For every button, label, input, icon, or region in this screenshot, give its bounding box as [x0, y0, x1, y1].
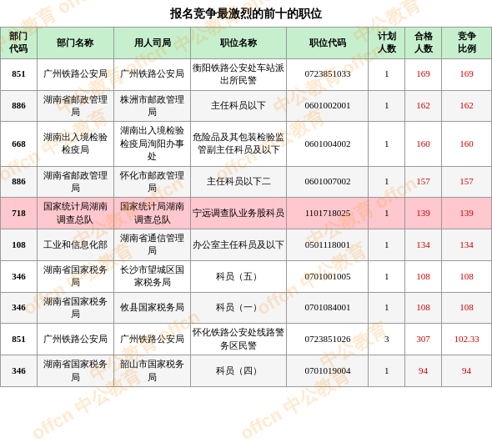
table-row: 668湖南出入境检验检疫局湖南出入境检验检疫局洵阳办事处危险品及其包装检验监管副…: [1, 122, 492, 166]
table-row: 346湖南省国家税务局长沙市望城区国家税务局科员（五）0701001005110…: [1, 260, 492, 292]
cell-dept-code: 886: [1, 166, 38, 198]
cell-employer: 长沙市望城区国家税务局: [114, 260, 191, 292]
cell-dept-name: 湖南省国家税务局: [37, 355, 113, 387]
cell-job-code: 0601004002: [287, 122, 369, 166]
cell-job-name: 办公室主任科员及以下: [191, 229, 287, 261]
cell-job-name: 科员（五）: [191, 260, 287, 292]
table-header: 部门代码 部门名称 用人司局 职位名称 职位代码 计划人数 合格人数 竞争比例: [1, 28, 492, 59]
cell-plan: 1: [369, 122, 405, 166]
cell-job-name: 科员（一）: [191, 292, 287, 324]
table-row: 886湖南省邮政管理局怀化市邮政管理局主任科员以下二06010070021157…: [1, 166, 492, 198]
cell-job-code: 0723851033: [287, 58, 369, 90]
cell-pass: 108: [405, 260, 442, 292]
cell-dept-name: 广州铁路公安局: [37, 58, 113, 90]
cell-pass: 162: [405, 90, 442, 122]
table-row: 346湖南省国家税务局韶山市国家税务局科员（四）070101900419494: [1, 355, 492, 387]
cell-dept-name: 国家统计局湖南调查总队: [37, 198, 113, 229]
page-title: 报名竞争最激烈的前十的职位: [0, 0, 492, 27]
cell-plan: 1: [369, 198, 405, 229]
header-pass: 合格人数: [405, 28, 442, 59]
cell-dept-name: 湖南出入境检验检疫局: [37, 122, 113, 166]
cell-dept-name: 湖南省邮政管理局: [37, 90, 113, 122]
header-plan: 计划人数: [369, 28, 405, 59]
cell-employer: 国家统计局湖南调查总队: [114, 198, 191, 229]
cell-dept-name: 湖南省邮政管理局: [37, 166, 113, 198]
cell-dept-code: 851: [1, 324, 38, 355]
cell-job-name: 衡阳铁路公安处车站派出所民警: [191, 58, 287, 90]
table-row: 886湖南省邮政管理局株洲市邮政管理局主任科员以下060100200111621…: [1, 90, 492, 122]
table-row: 851广州铁路公安局广州铁路公安局怀化铁路公安处线路警务区民警072385102…: [1, 324, 492, 355]
cell-pass: 134: [405, 229, 442, 261]
cell-employer: 湖南出入境检验检疫局洵阳办事处: [114, 122, 191, 166]
cell-pass: 169: [405, 58, 442, 90]
table-row: 718国家统计局湖南调查总队国家统计局湖南调查总队宁远调查队业务股科员11017…: [1, 198, 492, 229]
cell-employer: 湖南省通信管理局: [114, 229, 191, 261]
cell-plan: 1: [369, 355, 405, 387]
cell-dept-code: 668: [1, 122, 38, 166]
cell-job-code: 0601007002: [287, 166, 369, 198]
header-dept-code: 部门代码: [1, 28, 38, 59]
header-employer: 用人司局: [114, 28, 191, 59]
cell-plan: 1: [369, 292, 405, 324]
cell-dept-code: 346: [1, 355, 38, 387]
cell-job-code: 0701084001: [287, 292, 369, 324]
cell-dept-name: 广州铁路公安局: [37, 324, 113, 355]
cell-employer: 攸县国家税务局: [114, 292, 191, 324]
cell-job-code: 0701001005: [287, 260, 369, 292]
cell-employer: 韶山市国家税务局: [114, 355, 191, 387]
cell-job-name: 怀化铁路公安处线路警务区民警: [191, 324, 287, 355]
cell-compete: 134: [442, 229, 492, 261]
cell-job-name: 科员（四）: [191, 355, 287, 387]
cell-employer: 广州铁路公安局: [114, 324, 191, 355]
cell-employer: 广州铁路公安局: [114, 58, 191, 90]
cell-plan: 3: [369, 324, 405, 355]
cell-plan: 1: [369, 90, 405, 122]
table-row: 346湖南省国家税务局攸县国家税务局科员（一）07010840011108108: [1, 292, 492, 324]
cell-dept-name: 湖南省国家税务局: [37, 292, 113, 324]
cell-dept-code: 108: [1, 229, 38, 261]
cell-pass: 108: [405, 292, 442, 324]
cell-compete: 157: [442, 166, 492, 198]
cell-dept-code: 346: [1, 260, 38, 292]
header-dept-name: 部门名称: [37, 28, 113, 59]
cell-pass: 160: [405, 122, 442, 166]
header-job-name: 职位名称: [191, 28, 287, 59]
cell-plan: 1: [369, 229, 405, 261]
cell-compete: 139: [442, 198, 492, 229]
cell-employer: 怀化市邮政管理局: [114, 166, 191, 198]
cell-compete: 169: [442, 58, 492, 90]
cell-employer: 株洲市邮政管理局: [114, 90, 191, 122]
cell-plan: 1: [369, 166, 405, 198]
cell-job-code: 1101718025: [287, 198, 369, 229]
cell-dept-code: 346: [1, 292, 38, 324]
table-row: 851广州铁路公安局广州铁路公安局衡阳铁路公安处车站派出所民警072385103…: [1, 58, 492, 90]
cell-dept-code: 718: [1, 198, 38, 229]
cell-compete: 102.33: [442, 324, 492, 355]
cell-pass: 94: [405, 355, 442, 387]
cell-compete: 162: [442, 90, 492, 122]
cell-job-code: 0701019004: [287, 355, 369, 387]
cell-dept-code: 886: [1, 90, 38, 122]
cell-pass: 157: [405, 166, 442, 198]
cell-dept-code: 851: [1, 58, 38, 90]
cell-dept-name: 湖南省国家税务局: [37, 260, 113, 292]
cell-compete: 160: [442, 122, 492, 166]
cell-plan: 1: [369, 58, 405, 90]
cell-job-code: 0723851026: [287, 324, 369, 355]
cell-pass: 307: [405, 324, 442, 355]
cell-compete: 94: [442, 355, 492, 387]
cell-plan: 1: [369, 260, 405, 292]
cell-dept-name: 工业和信息化部: [37, 229, 113, 261]
cell-job-code: 0501118001: [287, 229, 369, 261]
cell-job-name: 主任科员以下: [191, 90, 287, 122]
table-body: 851广州铁路公安局广州铁路公安局衡阳铁路公安处车站派出所民警072385103…: [1, 58, 492, 386]
cell-compete: 108: [442, 292, 492, 324]
header-compete: 竞争比例: [442, 28, 492, 59]
cell-pass: 139: [405, 198, 442, 229]
header-job-code: 职位代码: [287, 28, 369, 59]
cell-job-name: 宁远调查队业务股科员: [191, 198, 287, 229]
cell-compete: 108: [442, 260, 492, 292]
cell-job-name: 主任科员以下二: [191, 166, 287, 198]
cell-job-code: 0601002001: [287, 90, 369, 122]
table-row: 108工业和信息化部湖南省通信管理局办公室主任科员及以下050111800111…: [1, 229, 492, 261]
